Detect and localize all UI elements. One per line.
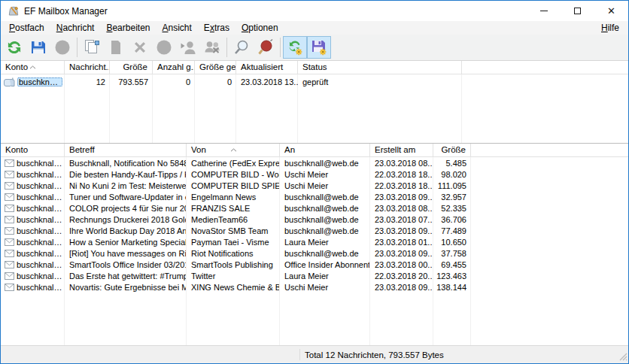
col-header-groesse[interactable]: Größe <box>433 144 471 156</box>
search-button[interactable] <box>229 36 254 59</box>
account-status: geprüft <box>298 74 462 89</box>
menu-item-hilfe[interactable]: Hilfe <box>594 22 626 34</box>
col-header-an[interactable]: An <box>280 144 370 156</box>
message-row[interactable]: buschknall@... Tuner und Software-Update… <box>1 191 628 202</box>
account-name[interactable]: buschknall@... <box>17 77 62 86</box>
message-an: buschknall@web.de <box>280 157 370 168</box>
message-von: Riot Notifications <box>187 247 280 259</box>
message-betreff: SmartTools Office Insider 03/2018: ... <box>65 259 187 270</box>
status-total-text: Total 12 Nachrichten, 793.557 Bytes <box>305 350 444 359</box>
col-header-groesse-ge[interactable]: Größe ge... <box>195 61 236 74</box>
message-konto: buschknall@... <box>17 283 63 292</box>
message-betreff: Novartis: Gute Ergebnisse bei MS-M... <box>65 281 187 293</box>
account-message-count: 12 <box>65 74 110 89</box>
message-konto: buschknall@... <box>17 159 63 168</box>
message-konto: buschknall@... <box>17 260 63 269</box>
message-row[interactable]: buschknall@... How a Senior Marketing Sp… <box>1 236 628 247</box>
message-erstellt-am: 23.03.2018 08... <box>370 202 433 214</box>
message-row[interactable]: buschknall@... COLOR projects 4 für Sie … <box>1 202 628 214</box>
col-header-betreff[interactable]: Betreff <box>65 144 187 156</box>
message-betreff: Ni No Kuni 2 im Test: Meisterwerk mi... <box>65 180 187 191</box>
col-header-aktualisiert[interactable]: Aktualisiert <box>236 61 298 74</box>
account-row[interactable]: buschknall@... 12 793.557 0 0 23.03.2018… <box>1 74 628 89</box>
message-von: SmartTools Publishing <box>187 259 280 270</box>
col-header-konto[interactable]: Konto <box>1 144 65 156</box>
message-row[interactable]: buschknall@... Novartis: Gute Ergebnisse… <box>1 281 628 293</box>
save-icon <box>29 38 47 56</box>
menu-item-optionen[interactable]: Optionen <box>235 22 284 34</box>
message-konto: buschknall@... <box>17 193 63 202</box>
message-row[interactable]: buschknall@... Buschknall, Notification … <box>1 157 628 168</box>
message-konto: buschknall@... <box>17 249 63 258</box>
toolbar-separator <box>77 38 77 57</box>
message-von: NovaStor SMB Team <box>187 225 280 236</box>
sort-ascending-icon <box>230 144 237 153</box>
message-an: buschknall@web.de <box>280 214 370 225</box>
contacts-delete-button-disabled <box>200 36 224 59</box>
message-betreff: Rechnungs Druckerei 2018 Gold Edit... <box>65 214 187 225</box>
col-header-status[interactable]: Status <box>298 61 462 74</box>
message-erstellt-am: 23.03.2018 08... <box>370 157 433 168</box>
message-row[interactable]: buschknall@... SmartTools Office Insider… <box>1 259 628 270</box>
account-updated: 23.03.2018 13... <box>236 74 298 89</box>
message-groesse: 69.455 <box>433 259 471 270</box>
toolbar <box>1 35 628 61</box>
accounts-panel: Konto Nachricht... Größe Anzahl g... Grö… <box>1 61 628 144</box>
seal-button[interactable] <box>254 36 278 59</box>
message-konto: buschknall@... <box>17 271 63 281</box>
accounts-header: Konto Nachricht... Größe Anzahl g... Grö… <box>1 61 628 74</box>
message-betreff: Tuner und Software-Updater in eine... <box>65 191 187 202</box>
message-row[interactable]: buschknall@... Die besten Handy-Kauf-Tip… <box>1 168 628 180</box>
minimize-button[interactable] <box>527 1 561 21</box>
col-header-anzahl[interactable]: Anzahl g... <box>153 61 195 74</box>
contact-forward-button-disabled <box>176 36 200 59</box>
delete-button-disabled <box>128 36 152 59</box>
messages-body: buschknall@... Buschknall, Notification … <box>1 157 628 293</box>
message-row[interactable]: buschknall@... [Riot] You have messages … <box>1 247 628 259</box>
menu-item-nachricht[interactable]: Nachricht <box>50 22 101 34</box>
account-groesse-ge: 0 <box>195 74 236 89</box>
message-an: buschknall@web.de <box>280 202 370 214</box>
menu-item-extras[interactable]: Extras <box>198 22 235 34</box>
maximize-button[interactable] <box>561 1 594 21</box>
col-header-groesse[interactable]: Größe <box>110 61 153 74</box>
message-an: Laura Meier <box>280 270 370 281</box>
circle-disabled-icon <box>53 38 71 56</box>
message-row[interactable]: buschknall@... Das Erste hat getwittert:… <box>1 270 628 281</box>
message-an: Uschi Meier <box>280 180 370 191</box>
message-an: buschknall@web.de <box>280 225 370 236</box>
refresh-all-gear-icon <box>286 38 304 56</box>
title-bar: EF Mailbox Manager ✕ <box>1 1 628 21</box>
message-row[interactable]: buschknall@... Ni No Kuni 2 im Test: Mei… <box>1 180 628 191</box>
message-groesse: 36.706 <box>433 214 471 225</box>
circle2-disabled-icon <box>155 38 173 56</box>
message-row[interactable]: buschknall@... Ihre World Backup Day 201… <box>1 225 628 236</box>
envelope-icon <box>5 216 14 223</box>
col-header-nachrichten[interactable]: Nachricht... <box>65 61 110 74</box>
message-von: XING News Chemie & Biot... <box>187 281 280 293</box>
save-all-button[interactable] <box>307 36 331 59</box>
stop-button-disabled <box>50 36 74 59</box>
menu-item-ansicht[interactable]: Ansicht <box>156 22 197 34</box>
menu-item-postfach[interactable]: Postfach <box>3 22 50 34</box>
delete-disabled-icon <box>131 38 149 56</box>
message-von: MedienTeam66 <box>187 214 280 225</box>
close-button[interactable]: ✕ <box>594 1 628 21</box>
menu-item-bearbeiten[interactable]: Bearbeiten <box>100 22 156 34</box>
message-erstellt-am: 22.03.2018 20... <box>370 270 433 281</box>
refresh-all-button[interactable] <box>283 36 307 59</box>
message-groesse: 10.650 <box>433 236 471 247</box>
messages-header: Konto Betreff Von An Erstellt am Größe <box>1 144 628 157</box>
app-window: EF Mailbox Manager ✕ PostfachNachrichtBe… <box>0 0 629 364</box>
envelope-icon <box>5 284 14 291</box>
account-size: 793.557 <box>110 74 153 89</box>
menu-bar-items: PostfachNachrichtBearbeitenAnsichtExtras… <box>3 21 284 35</box>
copy-button[interactable] <box>80 36 104 59</box>
message-erstellt-am: 22.03.2018 18... <box>370 168 433 180</box>
account-anzahl-g: 0 <box>153 74 195 89</box>
save-button[interactable] <box>26 36 50 59</box>
message-row[interactable]: buschknall@... Rechnungs Druckerei 2018 … <box>1 214 628 225</box>
col-header-erstellt-am[interactable]: Erstellt am <box>370 144 433 156</box>
refresh-button[interactable] <box>2 36 26 59</box>
resize-grip[interactable] <box>618 351 627 362</box>
